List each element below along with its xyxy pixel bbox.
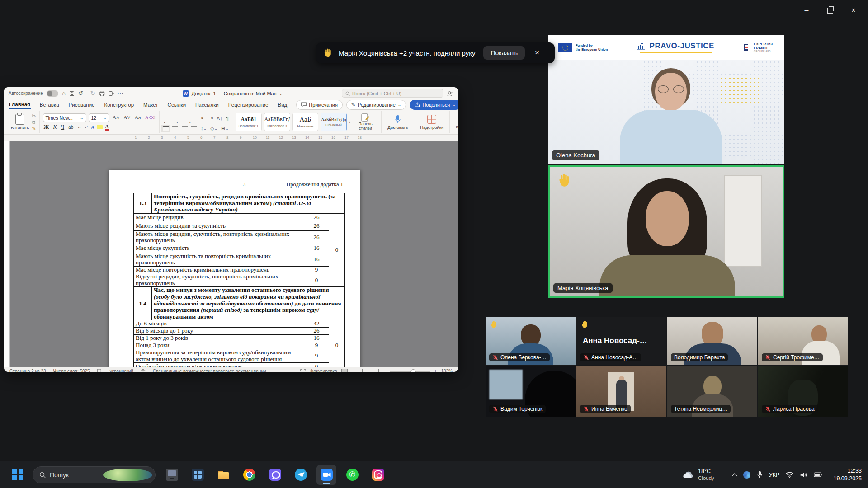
tab-risovanie[interactable]: Рисование <box>68 101 95 108</box>
participant-tile[interactable]: Сергій Трофиме… <box>758 317 848 365</box>
editing-mode-button[interactable]: ✎ Редактирование⌄ <box>346 100 406 110</box>
copy-icon[interactable]: ⧉ <box>32 120 36 125</box>
accessibility-status[interactable]: Специальные возможности: проверьте реком… <box>153 369 266 372</box>
numbering-button[interactable]: ⌄ <box>175 113 184 124</box>
word-search-input[interactable]: Поиск (Cmd + Ctrl + U) <box>342 89 443 98</box>
tab-glavnaya[interactable]: Главная <box>9 101 31 109</box>
start-button[interactable] <box>10 467 25 483</box>
horizontal-ruler[interactable]: 123456789101112131415161718 <box>4 135 458 141</box>
taskbar-search-input[interactable]: Пошук <box>33 466 156 483</box>
redo-button[interactable]: ↻ <box>90 90 95 96</box>
font-size-select[interactable]: 12⌄ <box>89 113 109 122</box>
word-count[interactable]: Число слов: 5025 <box>53 369 90 372</box>
tab-recenzirovanie[interactable]: Рецензирование <box>228 101 269 108</box>
shading-button[interactable]: ◇⌄ <box>210 126 217 131</box>
styles-expand-icon[interactable]: › <box>349 120 350 125</box>
font-color-button[interactable]: А <box>105 124 109 131</box>
print-layout-view-button[interactable] <box>341 369 348 372</box>
tray-expand-chevron[interactable] <box>732 473 737 477</box>
grow-font-button[interactable]: А˄ <box>112 114 120 121</box>
zoom-app-button[interactable] <box>316 465 336 485</box>
borders-button[interactable]: ⊞⌄ <box>221 126 229 131</box>
cut-icon[interactable]: ✂ <box>32 113 36 118</box>
participant-tile[interactable]: Лариса Прасова <box>758 366 848 417</box>
weather-widget[interactable]: 18°CCloudy <box>683 468 714 482</box>
line-spacing-button[interactable]: ↕⌄ <box>201 126 207 131</box>
multilevel-button[interactable]: ⌄ <box>188 113 197 124</box>
share-presence-icon[interactable] <box>447 91 453 96</box>
save-icon[interactable] <box>69 91 75 96</box>
undo-button[interactable]: ↺⌄ <box>78 90 87 96</box>
tab-ssylki[interactable]: Ссылки <box>167 101 187 108</box>
zoom-slider[interactable] <box>390 371 430 372</box>
share-doc-icon[interactable] <box>108 91 114 96</box>
participant-tile[interactable]: Тетяна Невмержиц… <box>667 366 757 417</box>
change-case-button[interactable]: Аа <box>133 114 142 121</box>
mic-icon[interactable] <box>757 471 763 479</box>
comments-button[interactable]: Примечания <box>296 100 343 110</box>
show-hands-button[interactable]: Показать <box>483 46 525 60</box>
home-icon[interactable]: ⌂ <box>62 90 66 96</box>
tab-vid[interactable]: Вид <box>278 101 288 108</box>
text-effects-button[interactable]: А <box>91 125 95 130</box>
instagram-app-button[interactable] <box>368 465 388 485</box>
clear-format-button[interactable]: А⌫ <box>144 114 156 121</box>
participant-tile[interactable]: Вадим Торченюк <box>486 366 576 417</box>
tab-rassylki[interactable]: Рассылки <box>195 101 219 108</box>
zoom-out-button[interactable]: − <box>383 369 386 372</box>
style-heading3[interactable]: АаБбВвГгД Заголовок 3 <box>264 113 290 131</box>
page-indicator[interactable]: Страница 2 из 23 <box>9 369 46 372</box>
zoom-in-button[interactable]: + <box>434 369 437 372</box>
bold-button[interactable]: Ж <box>43 124 50 131</box>
restore-button[interactable] <box>818 3 842 18</box>
superscript-button[interactable]: x² <box>84 125 88 129</box>
tab-maket[interactable]: Макет <box>143 101 159 108</box>
addins-button[interactable]: Надстройки <box>417 115 446 130</box>
document-page[interactable]: 3 Продовження додатка 1 1.3Повторність, … <box>109 170 360 367</box>
underline-button[interactable]: Ч <box>60 124 65 131</box>
participant-tile[interactable]: Олена Беркова-… <box>486 317 576 365</box>
taskbar-clock[interactable]: 12:33 19.09.2025 <box>833 467 862 482</box>
align-center-button[interactable] <box>172 126 178 131</box>
pilcrow-button[interactable]: ¶ <box>226 116 229 121</box>
style-normal[interactable]: АаБбВвГгДд Обычный <box>321 113 347 131</box>
language-indicator[interactable]: УКР <box>769 472 780 478</box>
style-heading1[interactable]: АаБб1 Заголовок 1 <box>236 113 262 131</box>
align-left-button[interactable] <box>163 126 169 131</box>
outline-view-button[interactable] <box>362 369 368 372</box>
strikethrough-button[interactable]: ab <box>67 124 74 131</box>
web-layout-view-button[interactable] <box>352 369 358 372</box>
focus-mode-button[interactable]: Фокусировка <box>310 369 337 372</box>
shrink-font-button[interactable]: А˅ <box>123 114 131 121</box>
banner-close-icon[interactable]: × <box>532 47 542 59</box>
participant-tile[interactable]: Анна Новосад-…Анна Новосад-А… <box>576 317 666 365</box>
close-button[interactable]: × <box>842 3 865 18</box>
styles-pane-button[interactable]: Панель стилей <box>353 113 378 131</box>
share-button[interactable]: Поделиться⌄ <box>410 100 458 110</box>
subscript-button[interactable]: x₂ <box>76 125 81 129</box>
monitor-app-button[interactable] <box>162 465 182 485</box>
bullets-button[interactable]: ⌄ <box>163 113 172 124</box>
highlight-button[interactable] <box>97 125 103 129</box>
justify-button[interactable] <box>191 126 197 131</box>
battery-icon[interactable] <box>814 472 822 477</box>
tab-konstruktor[interactable]: Конструктор <box>104 101 134 108</box>
telegram-app-button[interactable] <box>291 465 311 485</box>
draft-view-button[interactable] <box>373 369 379 372</box>
italic-button[interactable]: К <box>52 124 57 131</box>
video-tile-maria-khotsianivska[interactable]: Марія Хоцянівська <box>548 165 784 298</box>
wifi-icon[interactable] <box>786 472 793 478</box>
indent-button[interactable]: ⇥ <box>209 115 213 121</box>
language-indicator[interactable]: украинский <box>110 369 133 372</box>
grid-app-button[interactable] <box>188 465 208 485</box>
print-icon[interactable] <box>99 91 105 96</box>
font-name-select[interactable]: Times New...⌄ <box>43 113 86 122</box>
editor-button[interactable]: Корректор <box>453 115 458 129</box>
autosave-toggle[interactable] <box>47 90 58 97</box>
minimize-button[interactable]: – <box>795 3 818 18</box>
dictate-button[interactable]: Диктовать <box>385 115 410 130</box>
chevron-down-icon[interactable]: ⌄ <box>279 91 283 96</box>
more-icon[interactable]: ⋯ <box>118 90 123 96</box>
video-tile-olena-kochura[interactable]: Funded bythe European Union PRAVO-JUSTIC… <box>548 35 784 164</box>
format-painter-icon[interactable]: ✎ <box>32 126 36 131</box>
